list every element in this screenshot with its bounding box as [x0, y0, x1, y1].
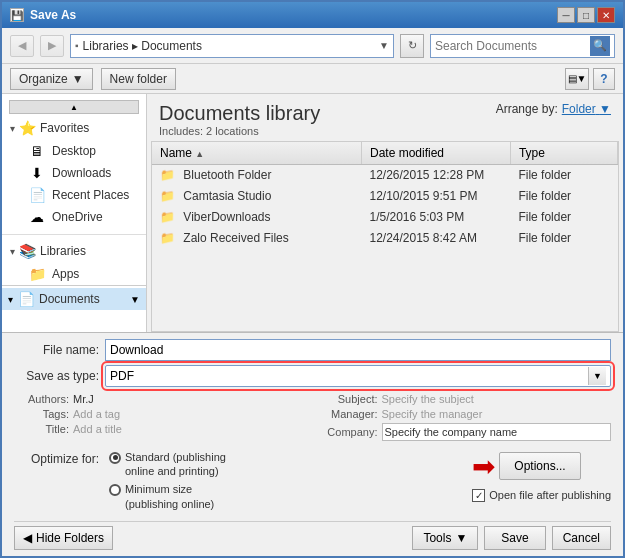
- back-button[interactable]: ◀: [10, 35, 34, 57]
- file-table: Name ▲ Date modified Type: [152, 142, 618, 249]
- table-row[interactable]: 📁 Bluetooth Folder 12/26/2015 12:28 PM F…: [152, 165, 618, 186]
- expand-arrow-icon: ▾: [8, 294, 13, 305]
- minimize-button[interactable]: ─: [557, 7, 575, 23]
- search-box[interactable]: 🔍: [430, 34, 615, 58]
- meta-right: Subject: Specify the subject Manager: Sp…: [323, 393, 612, 444]
- column-type[interactable]: Type: [510, 142, 617, 165]
- sidebar-item-recent-places[interactable]: 📄 Recent Places: [2, 184, 146, 206]
- sidebar-scroll-top: ▲: [2, 98, 146, 116]
- cancel-button[interactable]: Cancel: [552, 526, 611, 550]
- library-title: Documents library: [159, 102, 320, 125]
- radio-minimum-label: Minimum size(publishing online): [125, 482, 214, 511]
- subject-row: Subject: Specify the subject: [323, 393, 612, 405]
- file-area: Documents library Includes: 2 locations …: [147, 94, 623, 332]
- maximize-button[interactable]: □: [577, 7, 595, 23]
- folder-icon: 📁: [160, 231, 175, 245]
- manager-row: Manager: Specify the manager: [323, 408, 612, 420]
- optimize-options: Standard (publishingonline and printing)…: [109, 450, 462, 515]
- scroll-down-arrow[interactable]: ▼: [130, 294, 140, 305]
- file-name-cell: 📁 Camtasia Studio: [152, 186, 361, 207]
- sidebar-item-documents[interactable]: ▾ 📄 Documents ▼: [2, 288, 146, 310]
- savetype-arrow-icon: ▼: [593, 371, 602, 381]
- filename-row: File name:: [14, 339, 611, 361]
- authors-key: Authors:: [14, 393, 69, 405]
- search-button[interactable]: 🔍: [590, 36, 610, 56]
- search-input[interactable]: [435, 39, 586, 53]
- address-bar[interactable]: ▪ Libraries ▸ Documents ▼: [70, 34, 394, 58]
- filename-input[interactable]: [105, 339, 611, 361]
- tags-value: Add a tag: [73, 408, 120, 420]
- col-type-label: Type: [519, 146, 545, 160]
- column-date[interactable]: Date modified: [361, 142, 510, 165]
- file-name-cell: 📁 Zalo Received Files: [152, 228, 361, 249]
- library-title-block: Documents library Includes: 2 locations: [159, 102, 320, 137]
- window-icon: 💾: [10, 8, 24, 22]
- refresh-button[interactable]: ↻: [400, 34, 424, 58]
- subject-key: Subject:: [323, 393, 378, 405]
- savetype-value: PDF: [110, 369, 134, 383]
- scroll-up-arrow[interactable]: ▲: [9, 100, 139, 114]
- onedrive-icon: ☁: [28, 209, 46, 225]
- sidebar-favorites-header[interactable]: ▾ ⭐ Favorites: [2, 116, 146, 140]
- view-options: ▤ ▼ ?: [565, 68, 615, 90]
- sidebar-item-downloads[interactable]: ⬇ Downloads: [2, 162, 146, 184]
- filename-label: File name:: [14, 343, 99, 357]
- authors-row: Authors: Mr.J: [14, 393, 303, 405]
- sidebar: ▲ ▾ ⭐ Favorites 🖥 Desktop ⬇ Downloads 📄 …: [2, 94, 147, 332]
- documents-folder-icon: 📄: [17, 291, 35, 307]
- forward-button[interactable]: ▶: [40, 35, 64, 57]
- options-arrow-icon: ➡: [472, 450, 495, 483]
- sidebar-item-onedrive[interactable]: ☁ OneDrive: [2, 206, 146, 228]
- options-button[interactable]: Options...: [499, 452, 580, 480]
- view-arrow-icon: ▼: [577, 73, 587, 84]
- savetype-dropdown[interactable]: PDF ▼: [105, 365, 611, 387]
- new-folder-button[interactable]: New folder: [101, 68, 176, 90]
- arrange-by-value: Folder: [562, 102, 596, 116]
- tools-label: Tools: [423, 531, 451, 545]
- hide-folders-button[interactable]: ◀ Hide Folders: [14, 526, 113, 550]
- sidebar-item-desktop[interactable]: 🖥 Desktop: [2, 140, 146, 162]
- hide-folders-label: Hide Folders: [36, 531, 104, 545]
- organize-button[interactable]: Organize ▼: [10, 68, 93, 90]
- file-type-cell: File folder: [510, 186, 617, 207]
- title-value: Add a title: [73, 423, 122, 435]
- arrange-by-arrow-icon: ▼: [599, 102, 611, 116]
- address-icon: ▪: [75, 40, 79, 51]
- help-button[interactable]: ?: [593, 68, 615, 90]
- title-row: Title: Add a title: [14, 423, 303, 435]
- view-button[interactable]: ▤ ▼: [565, 68, 589, 90]
- savetype-dropdown-arrow[interactable]: ▼: [588, 367, 606, 385]
- file-type-cell: File folder: [510, 207, 617, 228]
- navigation-toolbar: ◀ ▶ ▪ Libraries ▸ Documents ▼ ↻ 🔍: [2, 28, 623, 64]
- table-row[interactable]: 📁 ViberDownloads 1/5/2016 5:03 PM File f…: [152, 207, 618, 228]
- radio-minimum[interactable]: [109, 484, 121, 496]
- view-icon: ▤: [568, 73, 577, 84]
- company-input[interactable]: [382, 423, 612, 441]
- file-date-cell: 12/10/2015 9:51 PM: [361, 186, 510, 207]
- meta-left: Authors: Mr.J Tags: Add a tag Title: Add…: [14, 393, 303, 444]
- file-date-cell: 12/26/2015 12:28 PM: [361, 165, 510, 186]
- tools-button[interactable]: Tools ▼: [412, 526, 478, 550]
- save-button[interactable]: Save: [484, 526, 545, 550]
- table-row[interactable]: 📁 Zalo Received Files 12/24/2015 8:42 AM…: [152, 228, 618, 249]
- tags-key: Tags:: [14, 408, 69, 420]
- right-options-block: ➡ Options... ✓ Open file after publishin…: [472, 450, 611, 502]
- address-dropdown-icon[interactable]: ▼: [379, 40, 389, 51]
- favorites-icon: ⭐: [19, 120, 36, 136]
- open-after-checkbox[interactable]: ✓: [472, 489, 485, 502]
- subject-value: Specify the subject: [382, 393, 474, 405]
- column-name[interactable]: Name ▲: [152, 142, 361, 165]
- file-date-cell: 12/24/2015 8:42 AM: [361, 228, 510, 249]
- table-row[interactable]: 📁 Camtasia Studio 12/10/2015 9:51 PM Fil…: [152, 186, 618, 207]
- options-row: ➡ Options...: [472, 450, 580, 483]
- arrange-by-button[interactable]: Folder ▼: [562, 102, 611, 116]
- sidebar-libraries-header[interactable]: ▾ 📚 Libraries: [2, 239, 146, 263]
- action-right: Tools ▼ Save Cancel: [412, 526, 611, 550]
- col-date-label: Date modified: [370, 146, 444, 160]
- close-button[interactable]: ✕: [597, 7, 615, 23]
- authors-value: Mr.J: [73, 393, 94, 405]
- window-title: Save As: [30, 8, 76, 22]
- optimize-section: Optimize for: Standard (publishingonline…: [14, 450, 611, 515]
- radio-standard[interactable]: [109, 452, 121, 464]
- sidebar-item-apps[interactable]: 📁 Apps: [2, 263, 146, 285]
